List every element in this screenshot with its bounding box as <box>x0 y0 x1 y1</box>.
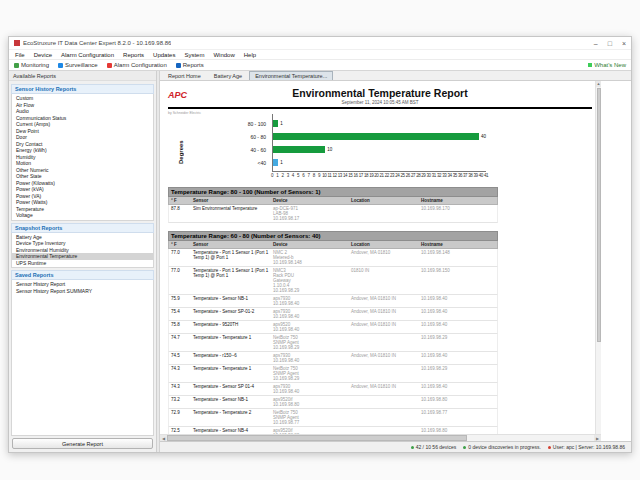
title-rule <box>168 107 592 109</box>
section-box-sensor-history-reports: CustomAir FlowAudioCommunication StatusC… <box>11 94 154 221</box>
horizontal-scrollbar[interactable]: ◀ ▶ <box>160 434 601 441</box>
content-area: Available Reports Sensor History Reports… <box>9 71 631 452</box>
tab-environmental-temperature[interactable]: Environmental Temperature... <box>249 71 333 80</box>
reports-icon <box>176 63 181 68</box>
status-item: User: apc | Server: 10.169.98.86 <box>548 444 625 450</box>
menu-window[interactable]: Window <box>213 52 234 58</box>
cell-device: NMC3 Rack PDU Gateway 1.10.0.4 10.169.98… <box>273 268 349 293</box>
table-header-row: ° FSensorDeviceLocationHostname <box>168 197 498 205</box>
section-header-sensor-history-reports[interactable]: Sensor History Reports <box>11 84 154 94</box>
column-header-sensor: Sensor <box>193 198 271 203</box>
chart-bar <box>273 120 278 127</box>
cell-device: NetBotz 750 SNMP Agent 10.169.98.77 <box>273 410 349 425</box>
tab-battery-age[interactable]: Battery Age <box>208 71 248 80</box>
scroll-right-icon[interactable]: ▶ <box>594 435 601 441</box>
scroll-left-icon[interactable]: ◀ <box>160 435 167 441</box>
chart-plot-area: 80 - 100160 - 804040 - 6010<401 <box>272 114 486 172</box>
table-row: 74.5Temperature - r150--6aps7930 10.169.… <box>168 352 498 365</box>
toolbar-item-alarm-configuration[interactable]: Alarm Configuration <box>107 62 167 68</box>
generate-report-button[interactable]: Generate Report <box>12 438 153 449</box>
table-row: 74.3Temperature - Temperature 1NetBotz 7… <box>168 365 498 383</box>
cell-location: Andover, MA 01810 IN <box>351 309 419 319</box>
report-document: APC by Schneider Electric Environmental … <box>160 81 594 441</box>
cell-sensor: Temperature - 9520TH <box>193 322 271 332</box>
window-controls: – □ × <box>594 40 626 47</box>
vertical-scrollbar[interactable]: ▲ <box>595 81 601 434</box>
cell-hostname: 10.169.98.40 <box>421 309 495 319</box>
available-reports-panel: Available Reports Sensor History Reports… <box>9 71 157 452</box>
report-main-panel: Report HomeBattery AgeEnvironmental Temp… <box>160 71 631 452</box>
chart-bar-row: 60 - 8040 <box>273 130 486 143</box>
monitoring-icon <box>14 63 19 68</box>
cell-location: Andover, MA 01810 IN <box>351 353 419 363</box>
horizontal-scroll-track[interactable] <box>467 435 594 441</box>
table-row: 74.3Temperature - Sensor SP 01-4aps7930 … <box>168 383 498 396</box>
menu-bar: FileDeviceAlarm ConfigurationReportsUpda… <box>9 49 631 59</box>
section-header-snapshot-reports[interactable]: Snapshot Reports <box>11 223 154 233</box>
temperature-range-table: Temperature Range: 60 - 80 (Number of Se… <box>168 231 498 441</box>
menu-help[interactable]: Help <box>244 52 256 58</box>
cell-device: ap-DCE-971 LAB-98 10.169.98.17 <box>273 206 349 221</box>
chart-bar <box>273 146 325 153</box>
apc-logo: APC by Schneider Electric <box>168 85 201 117</box>
cell-hostname: 10.169.98.29 <box>421 335 495 350</box>
sidebar-item-ups-runtime[interactable]: UPS Runtime <box>12 260 153 267</box>
sidebar-item-sensor-history-report-summary[interactable]: Sensor History Report SUMMARY <box>12 288 153 295</box>
title-bar: EcoStruxure IT Data Center Expert 8.2.0 … <box>9 37 631 49</box>
menu-reports[interactable]: Reports <box>123 52 144 58</box>
whats-new-icon <box>588 63 592 67</box>
toolbar-item-label: Reports <box>183 62 204 68</box>
tab-report-home[interactable]: Report Home <box>162 71 207 80</box>
cell-temperature: 77.0 <box>171 250 191 265</box>
report-timestamp: September 11, 2024 10:05:45 AM BST <box>168 100 592 105</box>
chart-category-label: 40 - 60 <box>250 147 266 153</box>
cell-temperature: 74.5 <box>171 353 191 363</box>
chart-value-label: 40 <box>481 134 486 139</box>
column-header-location: Location <box>351 242 419 247</box>
toolbar-item-label: Alarm Configuration <box>114 62 167 68</box>
cell-hostname: 10.169.98.40 <box>421 384 495 394</box>
chart-category-label: 60 - 80 <box>250 134 266 140</box>
cell-sensor: Temperature - Temperature 2 <box>193 410 271 425</box>
menu-updates[interactable]: Updates <box>153 52 175 58</box>
chart-bar <box>273 159 278 166</box>
cell-temperature: 74.7 <box>171 335 191 350</box>
cell-temperature: 75.4 <box>171 309 191 319</box>
cell-device: aps7930 10.169.98.40 <box>273 353 349 363</box>
section-box-snapshot-reports: Battery AgeDevice Type InventoryEnvironm… <box>11 233 154 269</box>
column-header-hostname: Hostname <box>421 242 495 247</box>
column-header-f: ° F <box>171 198 191 203</box>
menu-system[interactable]: System <box>184 52 204 58</box>
toolbar-item-monitoring[interactable]: Monitoring <box>14 62 49 68</box>
cell-location: Andover, MA 01810 IN <box>351 384 419 394</box>
cell-sensor: Temperature - Temperature 1 <box>193 335 271 350</box>
section-header-saved-reports[interactable]: Saved Reports <box>11 270 154 280</box>
cell-location <box>351 410 419 425</box>
cell-sensor: Temperature - Sensor NB-1 <box>193 397 271 407</box>
chart-value-label: 1 <box>280 121 283 126</box>
maximize-button[interactable]: □ <box>608 40 612 47</box>
menu-file[interactable]: File <box>15 52 25 58</box>
cell-location <box>351 397 419 407</box>
column-header-sensor: Sensor <box>193 242 271 247</box>
cell-device: aps9520if 10.169.98.80 <box>273 397 349 407</box>
horizontal-scroll-thumb[interactable] <box>167 435 467 441</box>
menu-alarm-configuration[interactable]: Alarm Configuration <box>61 52 114 58</box>
toolbar-item-reports[interactable]: Reports <box>176 62 204 68</box>
close-button[interactable]: × <box>622 40 626 47</box>
whats-new-link[interactable]: What's New <box>588 62 626 68</box>
scroll-up-icon[interactable]: ▲ <box>596 81 601 87</box>
vertical-scroll-thumb[interactable] <box>597 88 601 342</box>
toolbar-item-surveillance[interactable]: Surveillance <box>58 62 98 68</box>
apc-logo-text: APC <box>168 90 187 100</box>
app-logo-icon <box>14 40 20 46</box>
status-dot-icon <box>411 446 414 449</box>
cell-hostname: 10.169.98.40 <box>421 322 495 332</box>
menu-device[interactable]: Device <box>34 52 52 58</box>
sidebar-item-voltage[interactable]: Voltage <box>12 212 153 219</box>
cell-temperature: 74.3 <box>171 384 191 394</box>
minimize-button[interactable]: – <box>594 40 598 47</box>
temperature-bar-chart: Degrees 80 - 100160 - 804040 - 6010<401 … <box>168 114 592 179</box>
column-header-device: Device <box>273 198 349 203</box>
section-box-saved-reports: Sensor History ReportSensor History Repo… <box>11 280 154 436</box>
